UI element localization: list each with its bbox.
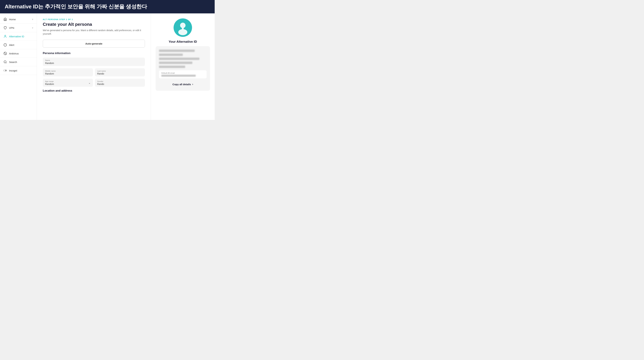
svg-point-6 bbox=[4, 61, 6, 63]
age-range-field[interactable]: Age range Random bbox=[43, 79, 93, 87]
sidebar-item-alternative-id[interactable]: Alternative ID bbox=[0, 32, 37, 41]
name-row: Middle name Random Last name Rando bbox=[43, 68, 145, 76]
default-email-value bbox=[161, 75, 196, 77]
shield-icon bbox=[3, 26, 7, 30]
name-label: Name bbox=[45, 59, 142, 61]
age-range-value: Random bbox=[45, 83, 90, 85]
location-section-title: Location and address bbox=[43, 89, 145, 92]
sidebar-alternative-id-label: Alternative ID bbox=[9, 35, 33, 38]
svg-line-7 bbox=[6, 63, 6, 63]
copy-all-button[interactable]: Copy all details › bbox=[159, 81, 206, 87]
age-gender-row: Age range Random Gender Rando bbox=[43, 79, 145, 87]
svg-point-12 bbox=[178, 29, 187, 35]
avatar bbox=[174, 18, 192, 37]
blurred-info-3 bbox=[159, 58, 200, 60]
sidebar-search-label: Search bbox=[9, 61, 33, 63]
svg-line-5 bbox=[4, 52, 6, 54]
sidebar: Home ∨ VPN ∨ Alternative ID bbox=[0, 13, 37, 120]
default-email-label: Default Alt email bbox=[161, 72, 204, 74]
form-panel: ALT PERSONA STEP 1 OF 1 Create your Alt … bbox=[37, 13, 151, 120]
person-icon bbox=[3, 34, 7, 38]
middle-name-label: Middle name bbox=[45, 70, 90, 72]
last-name-value: Rando bbox=[97, 72, 143, 75]
main-layout: Home ∨ VPN ∨ Alternative ID bbox=[0, 13, 215, 120]
alt-id-title: Your Alternative ID bbox=[169, 40, 197, 43]
chevron-down-icon: ∨ bbox=[32, 27, 33, 29]
alert-icon bbox=[3, 43, 7, 47]
sidebar-item-search[interactable]: Search bbox=[0, 58, 37, 66]
header-title: Alternative ID는 추가적인 보안을 위해 가짜 신분을 생성한다 bbox=[5, 3, 147, 10]
blurred-info-4 bbox=[159, 62, 192, 64]
id-card: Default Alt email Copy all details › bbox=[156, 46, 210, 91]
gender-label: Gender bbox=[97, 80, 143, 82]
svg-point-9 bbox=[4, 70, 5, 71]
blurred-info-5 bbox=[159, 66, 185, 68]
form-title: Create your Alt persona bbox=[43, 22, 145, 27]
blurred-info-2 bbox=[159, 54, 183, 56]
step-label: ALT PERSONA STEP 1 OF 1 bbox=[43, 18, 145, 20]
svg-point-11 bbox=[180, 23, 186, 28]
search-icon bbox=[3, 60, 7, 64]
alt-id-panel: Your Alternative ID Default Alt email Co… bbox=[151, 13, 215, 120]
home-icon bbox=[3, 17, 7, 21]
sidebar-item-vpn[interactable]: VPN ∨ bbox=[0, 24, 37, 32]
gender-field[interactable]: Gender Rando bbox=[95, 79, 145, 87]
sidebar-incogni-label: Incogni bbox=[9, 69, 33, 72]
form-subtitle: We've generated a persona for you. Want … bbox=[43, 29, 145, 36]
avatar-inner bbox=[174, 18, 192, 37]
last-name-field[interactable]: Last name Rando bbox=[95, 68, 145, 76]
last-name-label: Last name bbox=[97, 70, 143, 72]
sidebar-antivirus-label: Antivirus bbox=[9, 52, 33, 55]
chevron-right-icon: › bbox=[192, 83, 193, 86]
chevron-down-icon: ∨ bbox=[32, 18, 33, 20]
name-input[interactable] bbox=[45, 62, 142, 64]
sidebar-item-incogni[interactable]: Incogni bbox=[0, 66, 37, 75]
header-banner: Alternative ID는 추가적인 보안을 위해 가짜 신분을 생성한다 bbox=[0, 0, 215, 13]
antivirus-icon bbox=[3, 52, 7, 55]
age-range-label: Age range bbox=[45, 80, 90, 82]
sidebar-item-alert[interactable]: Alert bbox=[0, 41, 37, 49]
name-field[interactable]: Name bbox=[43, 58, 145, 66]
middle-name-field[interactable]: Middle name Random bbox=[43, 68, 93, 76]
sidebar-home-label: Home bbox=[9, 18, 30, 21]
auto-generate-button[interactable]: Auto-generate bbox=[43, 40, 145, 47]
content-area: ALT PERSONA STEP 1 OF 1 Create your Alt … bbox=[37, 13, 215, 120]
default-email-section: Default Alt email bbox=[159, 70, 206, 78]
svg-rect-13 bbox=[182, 28, 184, 29]
gender-value: Rando bbox=[97, 83, 143, 85]
sidebar-alert-label: Alert bbox=[9, 43, 33, 46]
toggle-icon bbox=[3, 69, 7, 72]
persona-section-title: Persona information bbox=[43, 52, 145, 55]
copy-all-label: Copy all details bbox=[172, 83, 191, 86]
sidebar-item-antivirus[interactable]: Antivirus bbox=[0, 49, 37, 58]
svg-point-0 bbox=[5, 35, 6, 36]
middle-name-value: Random bbox=[45, 72, 90, 75]
sidebar-vpn-label: VPN bbox=[9, 26, 30, 29]
blurred-info-1 bbox=[159, 50, 195, 52]
sidebar-item-home[interactable]: Home ∨ bbox=[0, 15, 37, 24]
